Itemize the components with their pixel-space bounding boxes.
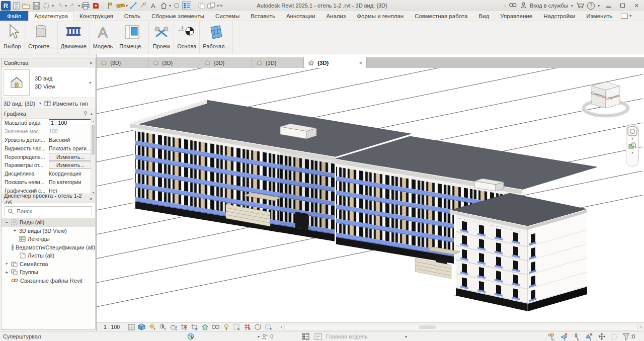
- selection-box-icon[interactable]: [264, 323, 273, 331]
- tree-item-views[interactable]: − Виды (all): [2, 218, 95, 227]
- ribbon-button-model[interactable]: A Модель: [90, 21, 116, 54]
- ribbon-button-work-plane[interactable]: Рабочая...: [200, 21, 232, 54]
- search-icon[interactable]: [509, 2, 517, 10]
- tab-structure[interactable]: Конструкция: [74, 11, 119, 21]
- scroll-right-icon[interactable]: ›: [638, 324, 644, 329]
- help-dropdown-icon[interactable]: ▾: [598, 4, 600, 8]
- section-graphics[interactable]: Графика ▴: [2, 109, 95, 118]
- edit-type-button[interactable]: Изменить тип: [44, 101, 88, 107]
- ribbon-button-circulation[interactable]: Движение: [58, 21, 90, 54]
- sign-in-label[interactable]: Вход в службы: [530, 3, 568, 9]
- view-cube[interactable]: Спереди Справа: [581, 79, 631, 119]
- property-row-detail-level[interactable]: Уровень детал... Высокий: [2, 136, 95, 144]
- tab-annotate[interactable]: Аннотации: [281, 11, 320, 21]
- view-tab-3[interactable]: {3D}: [200, 57, 252, 68]
- horizontal-scrollbar[interactable]: ‹ ›: [278, 323, 644, 331]
- export-icon[interactable]: [91, 1, 100, 10]
- type-selector[interactable]: 3D вид 3D View ▾: [2, 67, 95, 98]
- save-icon[interactable]: [32, 1, 41, 10]
- home-icon[interactable]: [159, 1, 168, 10]
- tree-item-legends[interactable]: Легенды: [2, 235, 95, 243]
- switch-windows-icon[interactable]: [207, 1, 216, 10]
- tab-modify[interactable]: Изменить: [581, 11, 618, 21]
- measure-dropdown-icon[interactable]: ▾: [126, 4, 128, 8]
- browser-search[interactable]: [5, 206, 92, 216]
- redo-dropdown-icon[interactable]: ▾: [78, 4, 80, 8]
- minimize-button[interactable]: [603, 2, 614, 10]
- tree-item-sheets[interactable]: Листы (all): [2, 251, 95, 260]
- view-tab-1[interactable]: {3D}: [97, 57, 148, 68]
- property-row-display-options[interactable]: Параметры от... Изменить...: [2, 161, 95, 169]
- zoom-tool-icon[interactable]: [628, 141, 637, 150]
- design-option-dropdown-icon[interactable]: ▾: [405, 331, 407, 341]
- instance-selector[interactable]: 3D вид: {3D}: [4, 101, 35, 107]
- selection-filter-button[interactable]: :0: [622, 333, 635, 340]
- redo-icon[interactable]: [68, 1, 77, 10]
- sign-in-dropdown-icon[interactable]: ▾: [571, 4, 573, 8]
- render-icon[interactable]: [172, 1, 181, 10]
- project-browser-close-icon[interactable]: ×: [90, 196, 93, 202]
- select-pinned-icon[interactable]: [573, 333, 581, 340]
- tab-analyze[interactable]: Анализ: [320, 11, 351, 21]
- ribbon-display-toggle[interactable]: ▾: [621, 11, 631, 21]
- property-row-discipline[interactable]: Дисциплина Координация: [2, 169, 95, 178]
- property-row-scale[interactable]: Масштаб вида: [2, 119, 95, 127]
- steering-wheel-icon[interactable]: [627, 126, 637, 136]
- switch-windows-dropdown-icon[interactable]: ▾: [217, 4, 219, 8]
- tree-item-revit-links[interactable]: Связанные файлы Revit: [2, 277, 95, 285]
- home-dropdown-icon[interactable]: ▾: [169, 4, 171, 8]
- tab-insert[interactable]: Вставить: [245, 11, 281, 21]
- user-icon[interactable]: [520, 2, 527, 10]
- property-row-graphic-overrides[interactable]: Переопределе... Изменить...: [2, 152, 95, 161]
- open-folder-icon[interactable]: [22, 1, 31, 10]
- view-tab-4[interactable]: {3D}: [252, 57, 304, 68]
- tab-steel[interactable]: Сталь: [119, 11, 146, 21]
- tab-view[interactable]: Вид: [473, 11, 495, 21]
- edit-overrides-button[interactable]: Изменить...: [49, 153, 92, 161]
- properties-scrollbar[interactable]: ▴ ▾: [91, 119, 95, 195]
- tab-architecture[interactable]: Архитектура: [28, 11, 74, 21]
- analytical-model-icon[interactable]: [254, 323, 262, 331]
- sync-icon[interactable]: [42, 1, 51, 10]
- scale-button[interactable]: 1 : 100: [101, 324, 125, 330]
- tab-systems[interactable]: Системы: [210, 11, 245, 21]
- text-icon[interactable]: A: [149, 1, 158, 10]
- steering-wheel-dropdown-icon[interactable]: ▾: [631, 137, 633, 141]
- tab-file[interactable]: Файл: [0, 11, 28, 21]
- select-by-face-icon[interactable]: [585, 333, 593, 340]
- reveal-hidden-elements-icon[interactable]: [211, 323, 220, 331]
- undo-dropdown-icon[interactable]: ▾: [65, 4, 67, 8]
- tab-collaborate[interactable]: Совместная работа: [409, 11, 473, 21]
- editing-requests-button[interactable]: ▾ 0: [258, 331, 273, 341]
- copy-icon[interactable]: [197, 1, 206, 10]
- property-row-parts-visibility[interactable]: Видимость час... Показать ориги...: [2, 144, 95, 152]
- ribbon-button-opening[interactable]: Проем: [149, 21, 174, 54]
- crop-view-icon[interactable]: [180, 323, 188, 331]
- scroll-left-icon[interactable]: ‹: [278, 324, 284, 329]
- browser-search-input[interactable]: [16, 208, 89, 215]
- properties-palette-icon[interactable]: [182, 1, 191, 10]
- crop-region-icon[interactable]: [190, 323, 199, 331]
- tree-item-schedules[interactable]: Ведомости/Спецификации (all): [2, 243, 95, 252]
- select-links-icon[interactable]: [547, 333, 555, 340]
- view-tab-active[interactable]: {3D} ×: [304, 57, 367, 68]
- model-3d-view[interactable]: Спереди Справа ▾ ▾: [97, 68, 644, 322]
- design-option-select[interactable]: Главная модель: [326, 331, 368, 341]
- select-underlay-icon[interactable]: [560, 333, 568, 340]
- collapse-search-icon[interactable]: ‹: [504, 4, 506, 8]
- customize-qat-icon[interactable]: ≡: [220, 3, 223, 9]
- ribbon-button-select[interactable]: Выбор: [0, 21, 25, 54]
- aligned-dimension-icon[interactable]: [129, 1, 138, 10]
- sync-dropdown-icon[interactable]: ▾: [52, 4, 54, 8]
- design-options-icon[interactable]: [302, 331, 309, 341]
- visual-style-icon[interactable]: [137, 323, 146, 331]
- ribbon-button-build[interactable]: Строите...: [25, 21, 58, 54]
- instance-selector-dropdown-icon[interactable]: ▾: [39, 101, 41, 106]
- tree-item-groups[interactable]: + Группы: [2, 268, 95, 277]
- section-collapse-icon[interactable]: ▴: [90, 111, 93, 116]
- reveal-constraints-icon[interactable]: [243, 323, 252, 331]
- temporary-hide-isolate-icon[interactable]: [201, 323, 209, 331]
- tab-precast[interactable]: Сборные элементы: [146, 11, 210, 21]
- revit-menu-button[interactable]: R: [1, 1, 11, 11]
- detail-level-icon[interactable]: [127, 323, 135, 331]
